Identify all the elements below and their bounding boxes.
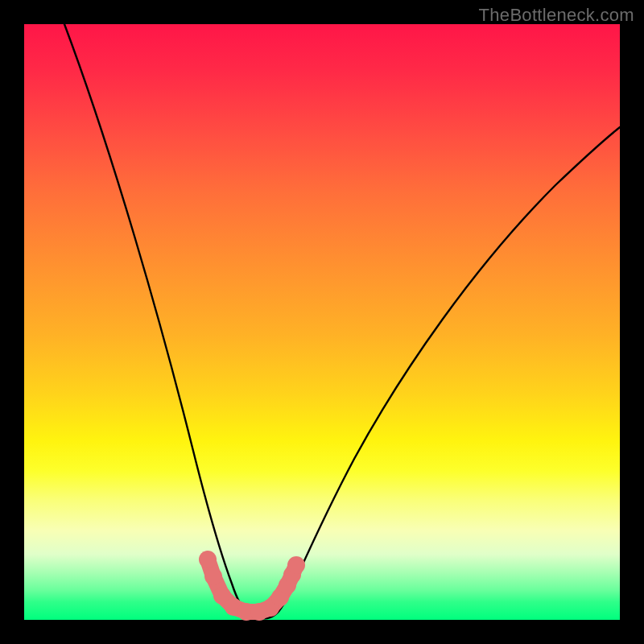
bottleneck-chart bbox=[24, 24, 620, 620]
marker-dot bbox=[287, 556, 305, 574]
watermark-text: TheBottleneck.com bbox=[479, 5, 634, 26]
bottleneck-curve bbox=[64, 24, 620, 618]
marker-dot bbox=[199, 551, 217, 568]
outer-frame: TheBottleneck.com bbox=[0, 0, 644, 644]
marker-dot bbox=[204, 568, 222, 585]
